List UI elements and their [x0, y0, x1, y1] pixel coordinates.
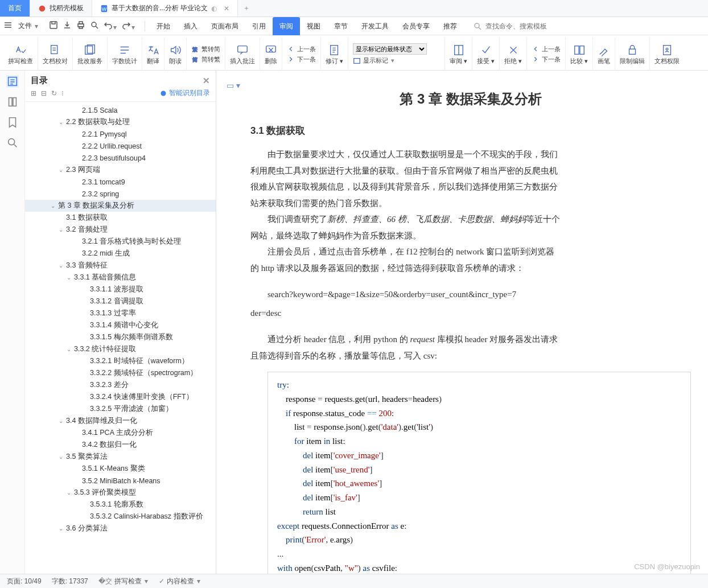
spellcheck-status[interactable]: �交拼写检查▾ [98, 577, 149, 586]
file-menu[interactable]: 文件▾ [15, 21, 42, 31]
toc-refresh-icon[interactable]: ↻ [51, 89, 57, 97]
toc-item[interactable]: 3.3.2.5 平滑滤波（加窗） [25, 403, 216, 415]
word-count[interactable]: 字数: 17337 [52, 577, 88, 586]
close-icon[interactable]: ✕ [224, 5, 229, 13]
reject-button[interactable]: 拒绝 ▾ [500, 38, 527, 71]
bookmark-rail-icon[interactable] [6, 96, 19, 108]
ribbon-rail-icon[interactable] [6, 116, 19, 129]
compare-button[interactable]: 比较 ▾ [566, 38, 593, 71]
doc-permission-button[interactable]: 文档权限 [650, 38, 684, 71]
proofread-button[interactable]: 文档校对 [38, 38, 73, 71]
toc-item[interactable]: 2.2.3 besutifulsoup4 [25, 152, 216, 164]
toc-item[interactable]: 2.3.1 tomcat9 [25, 176, 216, 188]
command-search[interactable] [473, 22, 564, 31]
document-area[interactable]: ▭ ▾ 第 3 章 数据采集及分析 3.1 数据获取 由于数据量要求过大，仅仅通… [216, 71, 708, 574]
toc-item[interactable]: ⌄3.3.2 统计特征提取 [25, 343, 216, 355]
toc-settings-icon[interactable]: ⁝ [61, 89, 64, 97]
display-mode-dropdown[interactable]: 显示标记的最终状态 [353, 43, 427, 55]
print-icon[interactable] [76, 20, 85, 31]
menu-pagelayout[interactable]: 页面布局 [204, 17, 245, 35]
spellcheck-button[interactable]: 拼写检查 [3, 38, 38, 71]
toc-item[interactable]: ⌄3.5.3 评价聚类模型 [25, 487, 216, 499]
toc-item[interactable]: 3.5.3.2 Calinski-Harabasz 指数评价 [25, 511, 216, 523]
menu-view[interactable]: 视图 [300, 17, 327, 35]
trad-to-simp-button[interactable]: 繁繁转简 [191, 45, 220, 54]
toc-item[interactable]: ⌄3.5 聚类算法 [25, 451, 216, 463]
toc-item[interactable]: 3.3.2.2 频域特征（spectrogram） [25, 367, 216, 379]
toc-item[interactable]: ⌄3.3 音频特征 [25, 260, 216, 272]
toc-item[interactable]: 3.3.1.1 波形提取 [25, 283, 216, 295]
tab-template[interactable]: 找稻壳模板 [30, 0, 92, 17]
toc-item[interactable]: ⌄3.6 分类算法 [25, 523, 216, 534]
insert-comment-button[interactable]: 插入批注 [225, 38, 260, 71]
toc-item[interactable]: 3.4.1 PCA 主成分分析 [25, 427, 216, 439]
restrict-edit-button[interactable]: 限制编辑 [615, 38, 650, 71]
redo-button[interactable]: ▾ [122, 20, 135, 31]
toc-item[interactable]: 3.3.1.2 音调提取 [25, 295, 216, 307]
next-comment-button[interactable]: 下一条 [287, 55, 316, 64]
toc-item[interactable]: ⌄2.3 网页端 [25, 164, 216, 176]
tab-home[interactable]: 首页 [0, 0, 30, 17]
toc-item[interactable]: 2.2.2 Urllib.request [25, 140, 216, 152]
accept-button[interactable]: 接受 ▾ [472, 38, 500, 71]
menu-recommend[interactable]: 推荐 [437, 17, 464, 35]
prev-comment-button[interactable]: 上一条 [287, 45, 316, 54]
toc-item[interactable]: 3.2.1 音乐格式转换与时长处理 [25, 236, 216, 248]
ink-button[interactable]: 画笔 [593, 38, 615, 71]
toc-item[interactable]: ⌄3.2 音频处理 [25, 224, 216, 236]
hamburger-icon[interactable] [3, 20, 13, 31]
toc-item[interactable]: ⌄3.3.1 基础音频信息 [25, 272, 216, 283]
toc-item[interactable]: 3.3.1.3 过零率 [25, 307, 216, 319]
contentcheck-status[interactable]: ✓内容检查▾ [159, 577, 201, 586]
command-search-input[interactable] [484, 22, 553, 31]
toc-item[interactable]: 2.3.2 spring [25, 188, 216, 200]
review-pane-button[interactable]: 审阅 ▾ [445, 38, 472, 71]
save-icon[interactable] [49, 20, 58, 31]
toc-item[interactable]: 3.3.1.4 频谱中心变化 [25, 319, 216, 331]
simp-to-trad-button[interactable]: 简简转繁 [191, 55, 220, 64]
toc-item[interactable]: ⌄3.4 数据降维及归一化 [25, 415, 216, 427]
toc-item[interactable]: 2.2.1 Pymysql [25, 128, 216, 140]
tab-document[interactable]: W 基于大数据的音...分析 毕业论文 ◐ ✕ [92, 0, 238, 17]
preview-icon[interactable] [90, 20, 99, 31]
menu-devtools[interactable]: 开发工具 [355, 17, 396, 35]
toc-item[interactable]: 3.5.3.1 轮廓系数 [25, 499, 216, 511]
next-change-button[interactable]: 下一条 [532, 55, 561, 64]
toc-expand-all-icon[interactable]: ⊞ [31, 89, 36, 97]
batch-correct-button[interactable]: 批改服务 [73, 38, 108, 71]
toc-item[interactable]: ⌄第 3 章 数据采集及分析 [25, 200, 216, 212]
toc-item[interactable]: 3.5.2 MiniBatch k-Means [25, 475, 216, 487]
toc-item[interactable]: 3.4.2 数据归一化 [25, 439, 216, 451]
read-aloud-button[interactable]: 朗读 [164, 38, 187, 71]
delete-comment-button[interactable]: 删除 [260, 38, 282, 71]
menu-insert[interactable]: 插入 [177, 17, 204, 35]
toc-list[interactable]: 2.1.5 Scala⌄2.2 数据获取与处理2.2.1 Pymysql2.2.… [25, 102, 216, 574]
toc-item[interactable]: 3.3.2.3 差分 [25, 379, 216, 391]
menu-sections[interactable]: 章节 [327, 17, 355, 35]
toc-collapse-all-icon[interactable]: ⊟ [41, 89, 47, 97]
menu-start[interactable]: 开始 [150, 17, 177, 35]
outline-rail-icon[interactable] [6, 75, 19, 88]
add-tab-button[interactable]: ＋ [238, 0, 255, 17]
display-mode-select[interactable]: 显示标记的最终状态 [353, 43, 440, 55]
show-markup-button[interactable]: 显示标记 ▾ [353, 56, 440, 65]
toc-item[interactable]: 3.3.2.1 时域特征（waveform） [25, 355, 216, 367]
menu-member[interactable]: 会员专享 [396, 17, 437, 35]
prev-change-button[interactable]: 上一条 [532, 45, 561, 54]
toc-close-icon[interactable]: ✕ [203, 76, 210, 86]
toc-item[interactable]: 3.2.2 midi 生成 [25, 248, 216, 260]
menu-review[interactable]: 审阅 [273, 17, 300, 35]
track-changes-button[interactable]: 修订 ▾ [321, 38, 348, 71]
toc-item[interactable]: 3.3.2.4 快速傅里叶变换（FFT） [25, 391, 216, 403]
wordcount-button[interactable]: 字数统计 [108, 38, 142, 71]
search-rail-icon[interactable] [6, 137, 19, 149]
toc-ai-recognize[interactable]: 智能识别目录 [160, 88, 210, 98]
toc-item[interactable]: 3.3.1.5 梅尔频率倒谱系数 [25, 331, 216, 343]
translate-button[interactable]: 翻译 [142, 38, 164, 71]
toc-item[interactable]: ⌄2.2 数据获取与处理 [25, 116, 216, 128]
undo-button[interactable]: ▾ [104, 20, 117, 31]
toc-item[interactable]: 3.1 数据获取 [25, 212, 216, 224]
export-icon[interactable] [63, 20, 72, 31]
page-indicator[interactable]: 页面: 10/49 [7, 577, 42, 586]
toc-item[interactable]: 3.5.1 K-Means 聚类 [25, 463, 216, 475]
